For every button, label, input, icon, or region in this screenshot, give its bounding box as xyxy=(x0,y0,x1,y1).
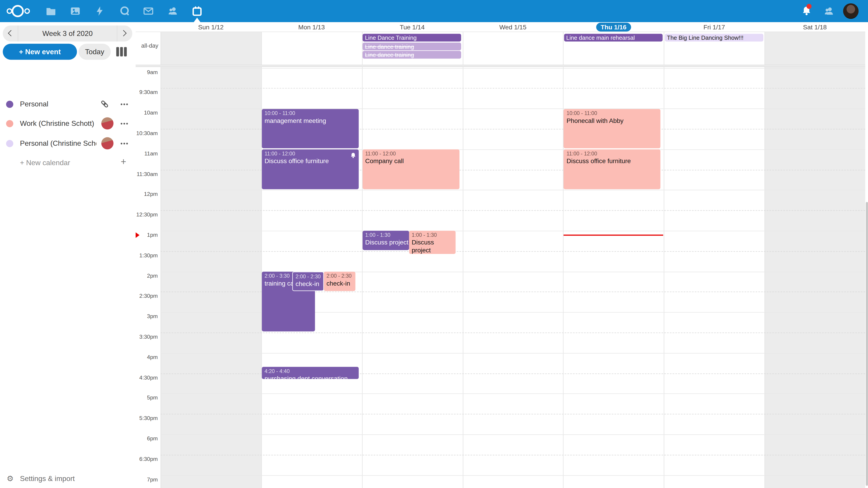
all-day-event[interactable]: Line dance main rehearsal xyxy=(564,34,662,41)
event-time: 2:00 - 2:30 xyxy=(296,273,320,280)
bell-icon[interactable] xyxy=(801,5,812,17)
previous-week-button[interactable] xyxy=(3,26,18,41)
calendar-event[interactable]: 11:00 - 12:00Discuss office furniture xyxy=(262,150,359,189)
calendar-event[interactable]: 10:00 - 11:00Phonecall with Abby xyxy=(564,109,660,148)
notification-badge xyxy=(807,4,811,9)
all-day-event[interactable]: The Big Line Dancing Show!!! xyxy=(665,34,763,41)
time-gridline xyxy=(160,190,865,191)
time-gridline xyxy=(160,455,865,455)
event-time: 2:00 - 2:30 xyxy=(327,273,352,279)
event-time: 4:20 - 4:40 xyxy=(265,368,356,375)
time-axis-label: 3pm xyxy=(135,313,158,319)
time-axis-label: 7pm xyxy=(135,476,158,482)
settings-import-button[interactable]: ⚙ Settings & import xyxy=(0,473,135,484)
calendar-actions-menu-icon[interactable] xyxy=(121,142,128,144)
time-axis-label: 4:30pm xyxy=(135,375,158,381)
calendar-event[interactable]: 1:00 - 1:30Discuss project announcement xyxy=(362,231,409,250)
event-title: management meeting xyxy=(265,117,356,124)
current-time-arrow xyxy=(135,232,140,238)
nextcloud-logo-icon[interactable] xyxy=(6,5,33,17)
photos-icon[interactable] xyxy=(70,5,81,17)
calendar-color-dot xyxy=(6,120,13,127)
event-title: check-in xyxy=(296,280,320,288)
day-header: Fri 1/17 xyxy=(664,22,765,32)
time-axis-label: 11:30am xyxy=(135,171,158,177)
event-title: Company call xyxy=(365,157,457,165)
contacts-icon[interactable] xyxy=(167,5,178,17)
time-gridline xyxy=(160,332,865,333)
user-avatar[interactable] xyxy=(843,3,859,19)
new-event-button[interactable]: + New event xyxy=(3,43,77,60)
all-day-event[interactable]: Line dance training xyxy=(363,42,461,50)
time-axis-label: 5:30pm xyxy=(135,415,158,421)
calendar-color-dot xyxy=(6,140,13,147)
time-axis-label: 3:30pm xyxy=(135,333,158,339)
timed-grid: 9am9:30am10am10:30am11am11:30am12pm12:30… xyxy=(135,67,868,488)
event-time: 10:00 - 11:00 xyxy=(265,110,356,116)
current-time-line xyxy=(564,235,663,236)
event-title: Discuss project announcement xyxy=(365,238,406,246)
contacts-menu-icon[interactable] xyxy=(823,5,834,17)
folder-icon[interactable] xyxy=(45,5,57,17)
sidebar-calendar-item[interactable]: Work (Christine Schott) xyxy=(0,116,135,131)
calendar-event[interactable]: 10:00 - 11:00management meeting xyxy=(262,109,359,148)
time-gridline xyxy=(160,394,865,394)
calendar-event[interactable]: 2:00 - 2:30check-in xyxy=(324,271,355,291)
time-gridline xyxy=(160,68,865,68)
event-title: Phonecall with Abby xyxy=(566,117,658,124)
day-header: Sat 1/18 xyxy=(765,22,865,32)
event-time: 10:00 - 11:00 xyxy=(566,110,658,116)
week-label[interactable]: Week 3 of 2020 xyxy=(20,26,116,41)
logo-circle xyxy=(6,8,12,14)
all-day-event[interactable]: Line Dance Training xyxy=(363,34,461,41)
day-header: Tue 1/14 xyxy=(362,22,463,32)
event-time: 11:00 - 12:00 xyxy=(566,151,658,157)
day-header: Wed 1/15 xyxy=(463,22,563,32)
calendar-actions-menu-icon[interactable] xyxy=(121,123,128,124)
time-axis-label: 10am xyxy=(135,109,158,116)
logo-circle xyxy=(24,8,30,14)
time-axis-label: 12:30pm xyxy=(135,212,158,218)
calendar-event[interactable]: 2:00 - 2:30check-in xyxy=(292,271,324,291)
time-gridline xyxy=(160,414,865,414)
sidebar-calendar-item[interactable]: Personal (Christine Scho…) xyxy=(0,135,135,151)
scrollbar-thumb[interactable] xyxy=(866,202,868,486)
event-title: Discuss office furniture xyxy=(265,157,356,165)
calendar-event[interactable]: 11:00 - 12:00Company call xyxy=(362,150,459,189)
time-gridline xyxy=(160,210,865,211)
calendar-owner-avatar xyxy=(101,117,114,129)
calendar-icon[interactable] xyxy=(191,5,203,17)
activity-icon[interactable] xyxy=(94,5,105,17)
calendar-actions-menu-icon[interactable] xyxy=(121,103,128,105)
next-week-button[interactable] xyxy=(117,26,132,41)
reminder-bell-icon xyxy=(350,151,356,158)
sidebar-calendar-item[interactable]: Personal xyxy=(0,97,135,111)
event-title: Discuss office furniture xyxy=(566,157,658,165)
day-header-row: Sun 1/12Mon 1/13Tue 1/14Wed 1/15Thu 1/16… xyxy=(135,22,868,32)
event-time: 11:00 - 12:00 xyxy=(265,151,356,157)
time-gridline xyxy=(160,231,865,231)
time-gridline xyxy=(160,475,865,475)
talk-icon[interactable] xyxy=(119,5,130,17)
event-time: 1:00 - 1:30 xyxy=(412,232,453,238)
time-gridline xyxy=(160,353,865,353)
all-day-event[interactable]: Line dance training xyxy=(363,51,461,59)
event-time: 11:00 - 12:00 xyxy=(365,151,457,157)
all-day-label: all-day xyxy=(135,42,158,48)
new-calendar-button[interactable]: + New calendar + xyxy=(0,157,135,168)
calendar-event[interactable]: 4:20 - 4:40purchasing dept conversation xyxy=(262,367,359,379)
share-link-icon[interactable] xyxy=(100,99,110,109)
vertical-scrollbar[interactable] xyxy=(865,22,868,488)
mail-icon[interactable] xyxy=(143,5,154,17)
calendar-event[interactable]: 1:00 - 1:30Discuss project announcement xyxy=(409,231,456,254)
plus-icon: + xyxy=(121,157,126,168)
all-day-divider xyxy=(135,65,868,67)
today-button[interactable]: Today xyxy=(79,43,111,60)
time-gridline xyxy=(160,434,865,435)
time-axis-label: 6:30pm xyxy=(135,456,158,462)
week-navigation: Week 3 of 2020 xyxy=(3,26,132,41)
active-app-pointer xyxy=(194,18,200,22)
view-switcher-button[interactable] xyxy=(115,47,129,57)
calendar-event[interactable]: 11:00 - 12:00Discuss office furniture xyxy=(564,150,660,189)
new-calendar-label: + New calendar xyxy=(20,159,70,167)
